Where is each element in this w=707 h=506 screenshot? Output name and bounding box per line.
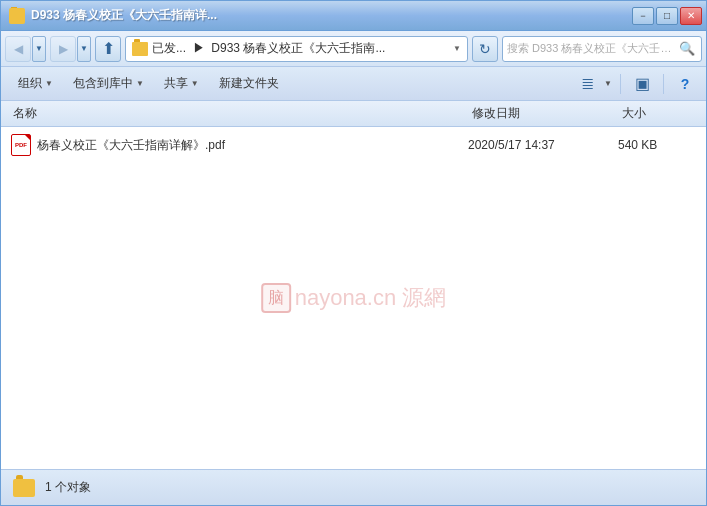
view-icon-button[interactable]: ≣ — [574, 71, 600, 97]
view-dropdown-arrow[interactable]: ▼ — [604, 79, 612, 88]
organize-dropdown-arrow: ▼ — [45, 79, 53, 88]
date-column-header[interactable]: 修改日期 — [468, 101, 618, 126]
toolbar-separator-2 — [663, 74, 664, 94]
toolbar-right: ≣ ▼ ▣ ? — [574, 71, 698, 97]
library-dropdown-arrow: ▼ — [136, 79, 144, 88]
search-box[interactable]: 搜索 D933 杨春义校正《大六壬指南... 🔍 — [502, 36, 702, 62]
address-bar: ◀ ▼ ▶ ▼ ⬆ 已发... ▶ D933 杨春义校正《大六壬指南... ▼ … — [1, 31, 706, 67]
address-path[interactable]: 已发... ▶ D933 杨春义校正《大六壬指南... ▼ — [125, 36, 468, 62]
include-library-button[interactable]: 包含到库中 ▼ — [64, 71, 153, 97]
close-button[interactable]: ✕ — [680, 7, 702, 25]
search-icon[interactable]: 🔍 — [677, 39, 697, 59]
share-dropdown-arrow: ▼ — [191, 79, 199, 88]
search-placeholder: 搜索 D933 杨春义校正《大六壬指南... — [507, 41, 675, 56]
table-row[interactable]: PDF 杨春义校正《大六壬指南详解》.pdf 2020/5/17 14:37 5… — [1, 131, 706, 159]
toolbar: 组织 ▼ 包含到库中 ▼ 共享 ▼ 新建文件夹 ≣ ▼ ▣ ? — [1, 67, 706, 101]
toolbar-separator — [620, 74, 621, 94]
status-folder-icon — [13, 479, 35, 497]
pdf-icon: PDF — [11, 134, 31, 156]
help-button[interactable]: ? — [672, 71, 698, 97]
file-date: 2020/5/17 14:37 — [468, 138, 618, 152]
name-column-header[interactable]: 名称 — [9, 101, 468, 126]
file-size: 540 KB — [618, 138, 698, 152]
new-folder-button[interactable]: 新建文件夹 — [210, 71, 288, 97]
maximize-button[interactable]: □ — [656, 7, 678, 25]
share-button[interactable]: 共享 ▼ — [155, 71, 208, 97]
title-bar: D933 杨春义校正《大六壬指南详... － □ ✕ — [1, 1, 706, 31]
path-folder-icon — [132, 42, 148, 56]
organize-button[interactable]: 组织 ▼ — [9, 71, 62, 97]
path-dropdown-arrow: ▼ — [453, 44, 461, 53]
explorer-window: D933 杨春义校正《大六壬指南详... － □ ✕ ◀ ▼ ▶ ▼ ⬆ 已发.… — [0, 0, 707, 506]
refresh-button[interactable]: ↻ — [472, 36, 498, 62]
status-bar: 1 个对象 — [1, 469, 706, 505]
back-button[interactable]: ◀ — [5, 36, 31, 62]
forward-dropdown[interactable]: ▼ — [77, 36, 91, 62]
watermark-logo: 脑 — [261, 283, 291, 313]
file-area: PDF 杨春义校正《大六壬指南详解》.pdf 2020/5/17 14:37 5… — [1, 127, 706, 469]
minimize-button[interactable]: － — [632, 7, 654, 25]
window-title: D933 杨春义校正《大六壬指南详... — [31, 7, 632, 24]
column-headers: 名称 修改日期 大小 — [1, 101, 706, 127]
size-column-header[interactable]: 大小 — [618, 101, 698, 126]
forward-button[interactable]: ▶ — [50, 36, 76, 62]
status-text: 1 个对象 — [45, 479, 91, 496]
back-dropdown[interactable]: ▼ — [32, 36, 46, 62]
file-icon: PDF — [9, 135, 33, 155]
up-button[interactable]: ⬆ — [95, 36, 121, 62]
watermark: 脑 nayona.cn 源網 — [261, 283, 447, 313]
file-name: 杨春义校正《大六壬指南详解》.pdf — [37, 137, 468, 154]
path-text: 已发... ▶ D933 杨春义校正《大六壬指南... — [152, 40, 449, 57]
file-list: PDF 杨春义校正《大六壬指南详解》.pdf 2020/5/17 14:37 5… — [1, 127, 706, 163]
title-buttons: － □ ✕ — [632, 7, 702, 25]
toggle-pane-button[interactable]: ▣ — [629, 71, 655, 97]
